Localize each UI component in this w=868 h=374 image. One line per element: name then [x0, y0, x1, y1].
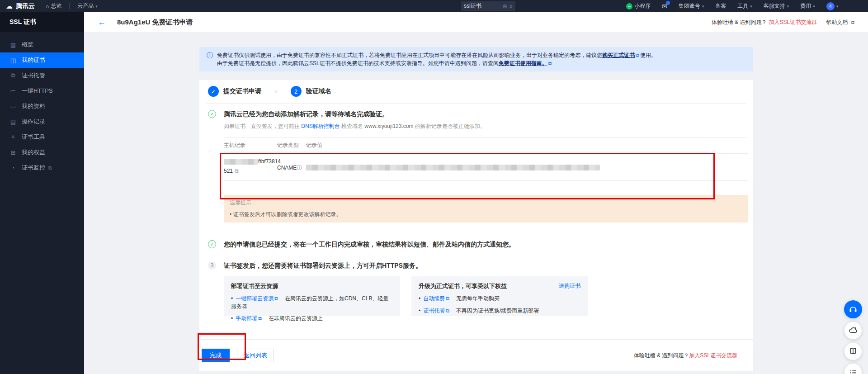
- banner-text: 免费证书仅供测试使用，由于免费证书的兼容性不如正式证书，若将免费证书应用在正式项…: [217, 51, 656, 67]
- bullet: •: [231, 315, 233, 322]
- external-link-icon: ⧉: [258, 316, 262, 321]
- sidebar-item-my-benefits[interactable]: ⊞ 我的权益: [0, 145, 84, 160]
- info-icon[interactable]: ⓘ: [297, 165, 302, 171]
- record-type-text: CNAME: [277, 165, 297, 171]
- sidebar-item-label: 证书监控: [22, 164, 45, 172]
- cert-hosting-link[interactable]: 证书托管: [423, 308, 445, 314]
- warm-notice-box: 温馨提示： • 证书签发后才可以删除或者更改该解析记录。: [224, 195, 748, 223]
- join-group-link[interactable]: 加入SSL证书交流群: [769, 19, 817, 26]
- docs-button[interactable]: [844, 343, 862, 360]
- back-arrow-icon[interactable]: ←: [98, 18, 106, 27]
- headset-icon: [849, 305, 858, 314]
- dns-console-link[interactable]: DNS解析控制台: [301, 123, 340, 129]
- sidebar-item-label: 我的权益: [22, 148, 45, 156]
- free-cert-guide-link[interactable]: 免费证书使用指南。: [499, 60, 547, 66]
- deploy-option: •手动部署⧉在非腾讯云的云资源上: [231, 315, 393, 322]
- chevron-down-icon: ▾: [836, 4, 839, 9]
- sidebar-item-cert-hosting[interactable]: ⧉ 证书托管: [0, 68, 84, 83]
- tencent-cloud-logo[interactable]: ☁ 腾讯云: [6, 2, 35, 10]
- step1-label: 提交证书申请: [223, 87, 261, 95]
- nav-miniprogram[interactable]: ∽ 小程序: [626, 2, 651, 10]
- manual-deploy-link[interactable]: 手动部署: [236, 315, 257, 322]
- bullet: •: [419, 295, 420, 302]
- buy-cert-action-link[interactable]: 选购证书: [559, 282, 580, 290]
- account-menu[interactable]: 4 ▾: [826, 2, 839, 10]
- section-icon-col: ✓: [208, 109, 216, 223]
- nav-support[interactable]: 客服支持 ▾: [764, 2, 789, 10]
- nav-group-account[interactable]: 集团账号 ▾: [679, 2, 704, 10]
- success-check-icon: ✓: [208, 240, 216, 248]
- record-value-cell: [306, 158, 748, 174]
- nav-products[interactable]: 云产品 ▾: [77, 2, 98, 10]
- auto-renew-link[interactable]: 自动续费: [423, 295, 445, 302]
- sidebar-item-overview[interactable]: ▦ 概览: [0, 37, 84, 52]
- upgrade-box-title: 升级为正式证书，可享受以下权益: [419, 282, 507, 290]
- topbar: ☁ 腾讯云 ⌂ 总览 云产品 ▾ ⊗ ⌕ ∽ 小程序 ✉: [0, 0, 868, 12]
- survey-button[interactable]: [844, 364, 862, 374]
- redacted-host: [224, 159, 258, 165]
- sidebar-item-label: 概览: [22, 41, 33, 49]
- hint-suffix: 的解析记录是否被正确添加。: [413, 123, 485, 129]
- topbar-divider: [69, 3, 70, 9]
- step-arrow-icon: ›: [275, 88, 277, 95]
- join-group-link[interactable]: 加入SSL证书交流群: [689, 352, 737, 359]
- deploy-section: 3 证书签发后，您还需要将证书部署到云资源上，方可开启HTTPS服务。 部署证书…: [208, 261, 746, 316]
- step2-number: 2: [291, 86, 302, 97]
- sidebar-item-my-certificates[interactable]: ◫ 我的证书: [0, 52, 84, 68]
- copy-icon[interactable]: ⧉: [235, 168, 239, 174]
- sidebar-item-label: 证书托管: [22, 71, 45, 80]
- dns-record-table: 主机记录 记录类型 记录值 ftbf73814 521⧉: [224, 137, 748, 181]
- card-footer: 完成 返回列表 体验吐槽 & 遇到问题？加入SSL证书交流群: [199, 339, 753, 371]
- grid-icon: ▦: [9, 42, 17, 48]
- done-button[interactable]: 完成: [202, 349, 230, 362]
- https-icon: ≔: [9, 88, 17, 95]
- section-icon-col: 3: [208, 261, 216, 316]
- step2-label: 验证域名: [306, 87, 331, 95]
- clear-icon[interactable]: ⊗: [503, 3, 507, 9]
- nav-tools[interactable]: 工具 ▾: [737, 2, 752, 10]
- option-boxes: 部署证书至云资源 •一键部署云资源⧉在腾讯云的云资源上，如CDN、CLB、轻量服…: [224, 276, 746, 316]
- topbar-right: ∽ 小程序 ✉ 集团账号 ▾ 备案 工具 ▾ 客服支持 ▾: [626, 0, 838, 12]
- external-link-icon: ⧉: [548, 61, 552, 66]
- domain-text: www.xiyouji123.com: [364, 123, 413, 129]
- nav-billing[interactable]: 费用 ▾: [800, 2, 815, 10]
- nav-miniprogram-label: 小程序: [634, 2, 651, 10]
- external-link-icon: ⧉: [446, 296, 449, 301]
- buy-cert-link[interactable]: 购买正式证书: [602, 52, 635, 58]
- floating-buttons: [844, 300, 862, 374]
- avatar[interactable]: 4: [826, 2, 835, 10]
- one-click-deploy-link[interactable]: 一键部署云资源: [236, 295, 274, 302]
- external-link-icon: ⧉: [446, 308, 449, 313]
- topbar-search[interactable]: ⊗ ⌕: [461, 1, 515, 11]
- nav-overview[interactable]: ⌂ 总览: [46, 2, 61, 10]
- col-value: 记录值: [306, 142, 748, 149]
- bullet: •: [419, 308, 420, 314]
- home-icon: ⌂: [46, 3, 49, 9]
- cloud-sync-button[interactable]: [844, 322, 862, 339]
- nav-products-label: 云产品: [77, 2, 94, 10]
- log-icon: ▤: [9, 118, 17, 125]
- nav-messages[interactable]: ✉: [662, 3, 667, 10]
- footer-feedback-text: 体验吐槽 & 遇到问题？: [634, 352, 689, 359]
- customer-service-button[interactable]: [844, 300, 862, 318]
- back-to-list-button[interactable]: 返回列表: [237, 349, 274, 362]
- sidebar-item-operation-log[interactable]: ▤ 操作记录: [0, 114, 84, 129]
- page-title: 8u9Ag1eU 免费证书申请: [117, 18, 193, 27]
- sidebar-item-cert-monitor[interactable]: ◔ 证书监控 ⧉: [0, 160, 84, 175]
- chevron-down-icon: ▾: [95, 4, 98, 9]
- search-input[interactable]: [464, 3, 500, 9]
- dns-hint: 如果证书一直没签发，您可前往 DNS解析控制台 检查域名 www.xiyouji…: [224, 123, 748, 130]
- search-icon[interactable]: ⌕: [509, 3, 513, 10]
- nav-icp[interactable]: 备案: [715, 2, 726, 10]
- dns-section-body: 腾讯云已经为您自动添加解析记录，请等待域名完成验证。 如果证书一直没签发，您可前…: [224, 109, 748, 223]
- upgrade-option: •证书托管⧉不再因为证书更换/续费而重新部署: [419, 307, 580, 315]
- step1-check-icon: ✓: [208, 86, 219, 97]
- dns-section-title: 腾讯云已经为您自动添加解析记录，请等待域名完成验证。: [224, 109, 748, 118]
- nav-support-label: 客服支持: [764, 2, 785, 10]
- sidebar-item-my-profile[interactable]: ▭ 我的资料: [0, 99, 84, 114]
- sidebar-item-one-click-https[interactable]: ≔ 一键HTTPS: [0, 83, 84, 99]
- book-icon: [849, 347, 858, 356]
- certificate-icon: ◫: [9, 57, 17, 64]
- help-doc-link[interactable]: 帮助文档: [826, 19, 848, 26]
- sidebar-item-cert-tools[interactable]: ⌗ 证书工具: [0, 129, 84, 145]
